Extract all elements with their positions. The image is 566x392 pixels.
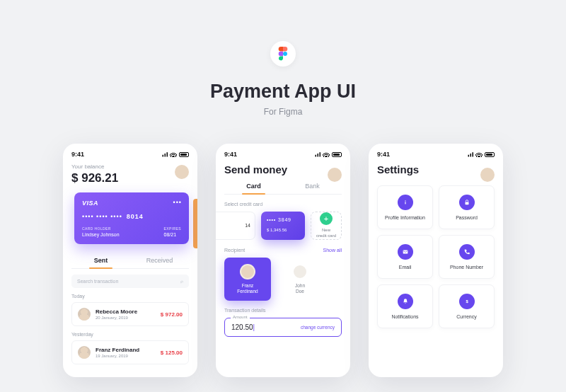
- card-peek[interactable]: [193, 199, 197, 248]
- tab-bank[interactable]: Bank: [283, 183, 342, 194]
- balance-value: $ 926.21: [71, 171, 189, 185]
- plus-icon: +: [320, 212, 333, 225]
- settings-tile-mail[interactable]: Email: [377, 235, 433, 279]
- mini-card-prev[interactable]: 14: [216, 212, 255, 240]
- svg-rect-3: [465, 202, 468, 205]
- avatar: [78, 346, 91, 359]
- mail-icon: [398, 244, 413, 260]
- settings-tile-lock[interactable]: Password: [439, 185, 495, 229]
- phone-send-money: 9:41 Send money Card Bank Select credit …: [216, 144, 350, 377]
- dollar-icon: $: [459, 294, 475, 309]
- change-currency-link[interactable]: change currency: [301, 325, 335, 330]
- lock-icon: [459, 195, 475, 210]
- avatar[interactable]: [175, 165, 189, 179]
- transaction-row[interactable]: Rebecca Moore20 January, 2019 $ 972.00: [71, 302, 189, 326]
- settings-tile-info[interactable]: Profile Information: [377, 185, 433, 229]
- search-icon: ⌕: [180, 279, 183, 284]
- status-time: 9:41: [71, 151, 84, 158]
- settings-tile-bell[interactable]: Notifications: [377, 284, 433, 328]
- settings-tile-phone[interactable]: Phone Number: [439, 235, 495, 279]
- card-holder: Lindsey Johnson: [82, 232, 120, 237]
- svg-text:$: $: [466, 299, 468, 304]
- status-time: 9:41: [224, 151, 237, 158]
- avatar: [292, 264, 308, 279]
- card-expiry: 08/21: [164, 232, 181, 237]
- recipient-label: Recipient: [224, 248, 245, 253]
- card-last4: 8014: [127, 213, 144, 220]
- signal-icon: [313, 152, 320, 157]
- wifi-icon: [323, 152, 330, 157]
- page-title: Payment App UI: [0, 81, 566, 103]
- tab-card[interactable]: Card: [224, 183, 283, 194]
- show-all-link[interactable]: Show all: [323, 248, 342, 253]
- phone-balance: 9:41 Your balance $ 926.21 VISA ••• ••••…: [63, 144, 197, 377]
- figma-logo-icon: [270, 41, 296, 67]
- svg-rect-4: [403, 250, 408, 254]
- recipient-item[interactable]: John Doe: [277, 258, 323, 301]
- screen-title: Settings: [377, 163, 495, 175]
- new-card-button[interactable]: + New credit card: [311, 212, 342, 240]
- recipient-selected[interactable]: Franz Ferdinand: [224, 258, 271, 301]
- phone-icon: [459, 244, 475, 260]
- battery-icon: [332, 152, 342, 157]
- card-menu-icon[interactable]: •••: [173, 199, 182, 206]
- card-brand: VISA: [82, 200, 181, 207]
- battery-icon: [179, 152, 189, 157]
- page-subtitle: For Figma: [0, 107, 566, 117]
- phone-settings: 9:41 Settings Profile InformationPasswor…: [369, 144, 503, 377]
- svg-point-1: [405, 200, 405, 201]
- amount-input[interactable]: Amount 120.50| change currency: [224, 318, 342, 337]
- info-icon: [398, 195, 413, 210]
- wifi-icon: [170, 152, 177, 157]
- status-bar: 9:41: [224, 151, 342, 158]
- transaction-amount: $ 125.00: [161, 350, 183, 356]
- search-input[interactable]: Search transaction⌕: [71, 275, 189, 288]
- settings-tile-dollar[interactable]: $Currency: [439, 284, 495, 328]
- avatar: [78, 308, 91, 321]
- group-label: Today: [71, 294, 189, 299]
- avatar: [240, 264, 255, 279]
- status-bar: 9:41: [71, 151, 189, 158]
- status-bar: 9:41: [377, 151, 495, 158]
- tab-sent[interactable]: Sent: [71, 257, 130, 268]
- avatar[interactable]: [328, 168, 342, 182]
- svg-point-0: [283, 52, 287, 56]
- signal-icon: [161, 152, 168, 157]
- transaction-amount: $ 972.00: [161, 311, 183, 318]
- tab-received[interactable]: Received: [130, 257, 189, 268]
- mini-card-balance: $ 1,345.56: [267, 228, 299, 232]
- avatar[interactable]: [480, 168, 495, 182]
- transaction-details-label: Transaction details: [224, 308, 342, 313]
- bell-icon: [398, 294, 413, 309]
- mini-card-selected[interactable]: ••••3849 $ 1,345.56: [261, 212, 305, 240]
- battery-icon: [485, 152, 495, 157]
- wifi-icon: [475, 152, 483, 157]
- signal-icon: [466, 152, 473, 157]
- screen-title: Send money: [224, 163, 342, 175]
- svg-rect-2: [405, 202, 405, 204]
- group-label: Yesterday: [71, 332, 189, 337]
- transaction-row[interactable]: Franz Ferdinand19 January, 2019 $ 125.00: [71, 340, 189, 364]
- status-time: 9:41: [377, 151, 390, 158]
- credit-card[interactable]: VISA ••• •••• •••• ••••8014 CARD HOLDERL…: [74, 192, 189, 244]
- balance-label: Your balance: [71, 163, 189, 170]
- select-card-label: Select credit card: [224, 202, 342, 207]
